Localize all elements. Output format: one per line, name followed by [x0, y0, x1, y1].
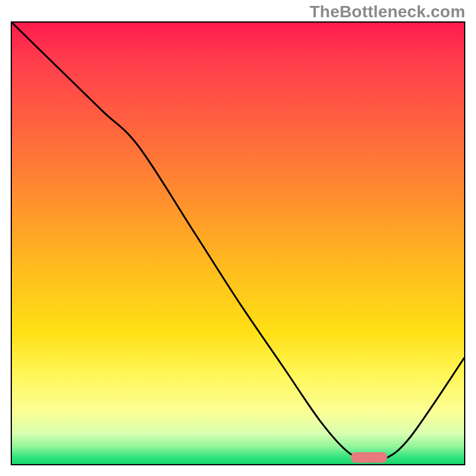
curve-svg: [12, 23, 464, 464]
bottleneck-curve: [12, 23, 464, 462]
watermark-text: TheBottleneck.com: [309, 2, 465, 21]
plot-frame: [11, 21, 465, 465]
chart-stage: TheBottleneck.com: [0, 0, 476, 476]
optimal-zone-marker: [351, 452, 387, 463]
curve-group: [12, 23, 464, 463]
